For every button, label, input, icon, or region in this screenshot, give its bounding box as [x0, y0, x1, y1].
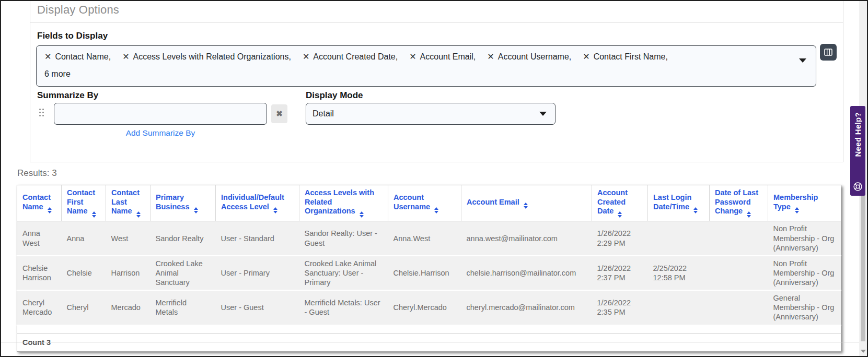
field-chip-label: Account Created Date,: [313, 52, 398, 62]
bottom-divider: [1, 342, 859, 342]
cell-date-of-last-password-change: [710, 221, 768, 256]
summarize-by-input[interactable]: [54, 103, 267, 125]
cell-account-username: Chelsie.Harrison: [388, 256, 461, 290]
clear-x-icon: ✖: [276, 109, 283, 118]
column-header-membership-type[interactable]: Membership Type: [768, 185, 841, 221]
scrollbar-down-arrow[interactable]: [861, 350, 866, 353]
cell-access-levels-with-related-organizations: Sandor Realty: User - Guest: [299, 221, 388, 256]
display-options-panel: Display Options Fields to Display ✕Conta…: [30, 0, 843, 162]
sort-icon: [434, 207, 438, 213]
chevron-down-icon: [539, 112, 547, 116]
sort-icon: [360, 211, 364, 218]
remove-field-icon[interactable]: ✕: [303, 53, 309, 61]
field-chip: ✕Account Created Date,: [303, 52, 398, 62]
remove-field-icon[interactable]: ✕: [122, 53, 129, 61]
cell-individual-default-access-level: User - Guest: [216, 290, 299, 325]
cell-contact-first-name: Anna: [62, 221, 106, 256]
scrollbar-thumb[interactable]: [861, 194, 865, 341]
sort-icon: [618, 211, 622, 218]
table-row: Chelsie HarrisonChelsieHarrisonCrooked L…: [17, 256, 841, 290]
column-header-label: Contact Last Name: [111, 188, 140, 215]
table-row: Anna WestAnnaWestSandor RealtyUser - Sta…: [17, 221, 841, 256]
sort-icon: [136, 211, 141, 218]
display-mode-select[interactable]: Detail: [306, 103, 555, 125]
fields-to-display-box[interactable]: ✕Contact Name,✕Access Levels with Relate…: [36, 45, 816, 87]
column-header-contact-name[interactable]: Contact Name: [17, 185, 62, 221]
report-page: { "display_options": { "title": "Display…: [0, 0, 868, 357]
sort-icon: [273, 207, 277, 213]
column-header-label: Account Email: [467, 198, 519, 206]
columns-button[interactable]: [820, 44, 837, 61]
clear-summarize-button[interactable]: ✖: [271, 104, 287, 123]
column-header-label: Account Username: [394, 193, 430, 211]
cell-contact-last-name: Harrison: [106, 256, 151, 290]
field-chip-label: Access Levels with Related Organizations…: [133, 52, 291, 62]
cell-contact-name: Chelsie Harrison: [17, 256, 62, 290]
cell-account-username: Cheryl.Mercado: [388, 290, 461, 325]
fields-to-display-label: Fields to Display: [37, 31, 108, 41]
summarize-by-label: Summarize By: [37, 90, 98, 101]
cell-primary-business: Merrifield Metals: [151, 290, 216, 325]
column-header-account-username[interactable]: Account Username: [388, 185, 461, 221]
column-header-label: Last Login Date/Time: [653, 193, 691, 211]
cell-account-created-date: 1/26/2022 2:35 PM: [592, 290, 648, 325]
column-header-access-levels-with-related-organizations[interactable]: Access Levels with Related Organizations: [299, 185, 388, 221]
field-chip: ✕Contact First Name,: [583, 52, 668, 62]
field-chip: ✕Contact Name,: [44, 52, 111, 62]
cell-primary-business: Sandor Realty: [151, 221, 216, 256]
column-header-label: Date of Last Password Change: [715, 188, 758, 215]
column-header-primary-business[interactable]: Primary Business: [151, 185, 216, 221]
cell-account-created-date: 1/26/2022 2:37 PM: [592, 256, 648, 290]
column-header-label: Primary Business: [156, 193, 189, 211]
display-mode-value: Detail: [313, 109, 334, 118]
column-header-account-created-date[interactable]: Account Created Date: [592, 185, 648, 221]
results-table: Contact Name Contact First Name Contact …: [17, 185, 841, 352]
column-header-last-login-date-time[interactable]: Last Login Date/Time: [648, 185, 710, 221]
need-help-label: Need Help?: [853, 112, 862, 157]
field-chip: ✕Access Levels with Related Organization…: [122, 52, 291, 62]
field-chip-label: Account Email,: [420, 52, 476, 62]
add-summarize-by-link[interactable]: Add Summarize By: [54, 128, 267, 138]
cell-account-created-date: 1/26/2022 2:29 PM: [592, 221, 648, 256]
chevron-down-icon[interactable]: [799, 58, 806, 63]
cell-account-email: anna.west@mailinator.com: [461, 221, 592, 256]
cell-membership-type: Non Profit Membership - Org (Anniversary…: [768, 221, 841, 256]
remove-field-icon[interactable]: ✕: [487, 53, 494, 61]
panel-header: Display Options: [30, 0, 843, 23]
cell-access-levels-with-related-organizations: Crooked Lake Animal Sanctuary: User - Pr…: [299, 256, 388, 290]
column-header-label: Contact First Name: [67, 188, 95, 215]
column-header-contact-first-name[interactable]: Contact First Name: [62, 185, 106, 221]
results-count-label: Results: 3: [17, 168, 57, 178]
need-help-tab[interactable]: Need Help?: [850, 106, 865, 196]
column-header-individual-default-access-level[interactable]: Individual/Default Access Level: [216, 185, 299, 221]
drag-handle-icon[interactable]: [39, 109, 44, 116]
column-header-contact-last-name[interactable]: Contact Last Name: [106, 185, 151, 221]
cell-last-login-date-time: 2/25/2022 12:58 PM: [648, 256, 710, 290]
column-header-account-email[interactable]: Account Email: [461, 185, 592, 221]
sort-icon: [747, 211, 751, 218]
table-row: Cheryl MercadoCherylMercadoMerrifield Me…: [17, 290, 841, 325]
columns-icon: [824, 47, 833, 57]
sort-icon: [48, 207, 52, 213]
cell-access-levels-with-related-organizations: Merrifield Metals: User - Guest: [299, 290, 388, 325]
remove-field-icon[interactable]: ✕: [583, 53, 589, 61]
sort-icon: [693, 207, 698, 213]
remove-field-icon[interactable]: ✕: [44, 53, 51, 61]
cell-membership-type: General Membership - Org (Anniversary): [768, 290, 841, 325]
field-chip: ✕Account Username,: [487, 52, 571, 62]
cell-contact-name: Cheryl Mercado: [17, 290, 62, 325]
cell-contact-first-name: Cheryl: [62, 290, 106, 325]
cell-date-of-last-password-change: [710, 256, 768, 290]
cell-contact-last-name: Mercado: [106, 290, 151, 325]
field-chip-label: Contact First Name,: [594, 52, 668, 62]
remove-field-icon[interactable]: ✕: [409, 53, 416, 61]
fields-more-text[interactable]: 6 more: [37, 62, 816, 79]
column-header-label: Access Levels with Related Organizations: [305, 188, 374, 215]
table-header-row: Contact Name Contact First Name Contact …: [17, 185, 841, 221]
field-chip-label: Account Username,: [498, 52, 572, 62]
fields-chip-list: ✕Contact Name,✕Access Levels with Relate…: [37, 46, 816, 62]
column-header-date-of-last-password-change[interactable]: Date of Last Password Change: [710, 185, 768, 221]
cell-last-login-date-time: [648, 290, 710, 325]
cell-primary-business: Crooked Lake Animal Sanctuary: [151, 256, 216, 290]
cell-account-email: chelsie.harrison@mailinator.com: [461, 256, 592, 290]
